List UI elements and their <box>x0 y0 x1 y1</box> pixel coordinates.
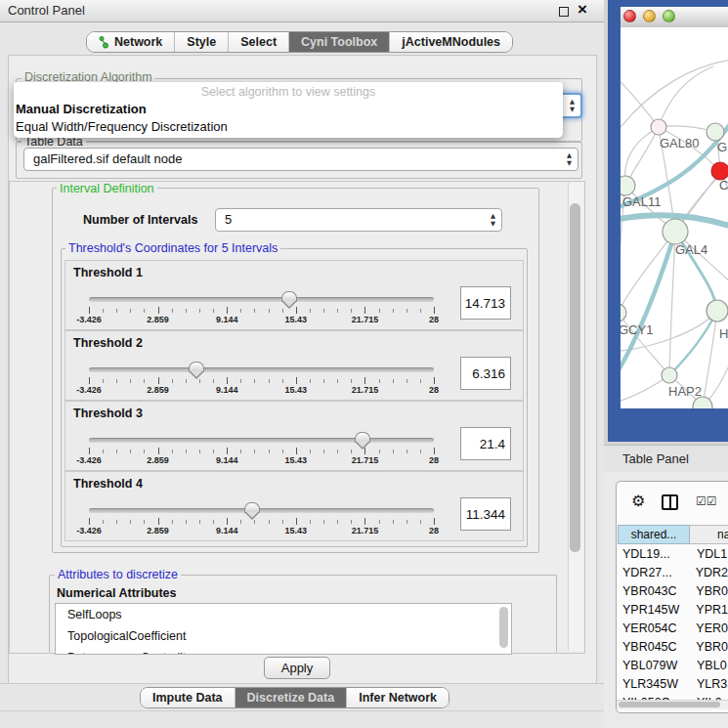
threshold-2-label: Threshold 2 <box>73 336 143 350</box>
cell-shared-name[interactable]: YBR043C <box>618 582 689 601</box>
threshold-2-value-field[interactable]: 6.316 <box>460 357 511 390</box>
table-hscrollbar-thumb[interactable] <box>619 702 720 707</box>
tab-impute-data[interactable]: Impute Data <box>141 688 235 707</box>
cell-name[interactable]: YBR0 <box>689 638 728 657</box>
cell-name[interactable]: YBL0 <box>690 657 727 675</box>
dropdown-option-manual[interactable]: Manual Discretization <box>14 101 563 118</box>
threshold-row-3: Threshold 3 -3.4262.8599.14415.4321.7152… <box>64 401 524 471</box>
cell-shared-name[interactable]: YPR145W <box>618 601 689 620</box>
tab-cyni-toolbox[interactable]: Cyni Toolbox <box>288 32 389 52</box>
attribute-list-item[interactable]: TopologicalCoefficient <box>56 625 511 647</box>
select-checkboxes-icon[interactable]: ☑☑ <box>696 494 717 508</box>
tab-discretize-data[interactable]: Discretize Data <box>235 688 347 707</box>
cell-name[interactable]: YDL1 <box>690 545 727 564</box>
tick-label: 21.715 <box>352 385 379 395</box>
gear-icon[interactable]: ⚙ <box>631 492 645 510</box>
slider-ticks <box>89 518 435 526</box>
node-h <box>707 300 728 321</box>
table-row[interactable]: YBL079WYBL0 <box>618 657 728 675</box>
table-row[interactable]: YER054CYER0 <box>618 620 728 638</box>
cell-shared-name[interactable]: YDR27... <box>618 564 689 582</box>
tab-network[interactable]: Network <box>87 32 174 52</box>
table-body: YDL19...YDL1YDR27...YDR2YBR043CYBR0YPR14… <box>618 545 728 700</box>
close-icon[interactable]: × <box>578 0 587 21</box>
tick-label: 2.859 <box>147 455 169 465</box>
tab-jactivemnodules[interactable]: jActiveMNodules <box>389 32 512 52</box>
cell-name[interactable]: YDR2 <box>689 564 728 582</box>
slider-tick-labels: -3.4262.8599.14415.4321.71528 <box>89 455 435 466</box>
table-panel-title: Table Panel <box>622 446 689 473</box>
cell-shared-name[interactable]: YBL079W <box>618 657 690 675</box>
minimize-traffic-light[interactable] <box>643 10 656 22</box>
threshold-1-label: Threshold 1 <box>73 266 143 279</box>
tick-label: 21.715 <box>352 526 379 535</box>
table-horizontal-scrollbar[interactable] <box>617 700 728 709</box>
table-row[interactable]: YBR045CYBR0 <box>618 638 728 657</box>
threshold-1-slider-track[interactable] <box>89 297 434 302</box>
column-header-shared-name[interactable]: shared... <box>618 525 690 544</box>
number-of-intervals-combobox[interactable]: 5 ▲▼ <box>215 208 502 232</box>
threshold-3-slider-thumb[interactable] <box>355 432 370 443</box>
threshold-3-value-field[interactable]: 21.4 <box>460 427 511 460</box>
tab-style[interactable]: Style <box>174 32 228 52</box>
attribute-list-item[interactable]: SelfLoops <box>56 604 511 625</box>
tick-label: 2.859 <box>147 526 169 535</box>
numerical-attributes-list[interactable]: SelfLoopsTopologicalCoefficientBetweenne… <box>55 603 512 655</box>
tab-infer-network[interactable]: Infer Network <box>346 688 449 707</box>
threshold-row-4: Threshold 4 -3.4262.8599.14415.4321.7152… <box>64 471 524 541</box>
attributes-scrollbar-thumb[interactable] <box>499 607 508 648</box>
combo-stepper-icon: ▲▼ <box>567 152 572 166</box>
table-row[interactable]: YPR145WYPR1 <box>618 601 728 620</box>
svg-text:GAL80: GAL80 <box>660 136 699 150</box>
cell-name[interactable]: YPR1 <box>689 601 728 620</box>
cell-name[interactable]: YLR3 <box>690 675 727 694</box>
tab-network-label: Network <box>114 35 162 49</box>
table-data-value: galFiltered.sif default node <box>33 149 182 170</box>
apply-button[interactable]: Apply <box>264 657 330 679</box>
threshold-3-slider-track[interactable] <box>89 438 434 443</box>
svg-text:G: G <box>717 140 727 154</box>
threshold-1-value-field[interactable]: 14.713 <box>460 286 511 320</box>
cell-name[interactable]: YER0 <box>689 620 728 638</box>
table-row[interactable]: YDL19...YDL1 <box>618 545 728 564</box>
threshold-2-slider-thumb[interactable] <box>189 362 204 372</box>
tick-label: 28 <box>429 455 439 465</box>
divider <box>0 683 604 684</box>
network-window-titlebar[interactable] <box>621 7 728 28</box>
threshold-4-value-field[interactable]: 11.344 <box>460 497 511 531</box>
tick-label: -3.426 <box>76 526 102 535</box>
zoom-traffic-light[interactable] <box>663 10 675 22</box>
table-row[interactable]: YLR345WYLR3 <box>618 675 728 694</box>
cell-shared-name[interactable]: YDL19... <box>618 545 690 564</box>
threshold-row-1: Threshold 1 -3.4262.8599.14415.4321.7152… <box>64 260 524 330</box>
threshold-3-label: Threshold 3 <box>73 407 143 420</box>
cell-shared-name[interactable]: YER054C <box>618 620 689 638</box>
panel-title: Control Panel <box>8 0 85 21</box>
cell-shared-name[interactable]: YLR345W <box>618 675 690 694</box>
threshold-4-label: Threshold 4 <box>73 477 143 491</box>
tick-label: 2.859 <box>147 385 169 395</box>
cell-shared-name[interactable]: YBR045C <box>618 638 689 657</box>
threshold-1-slider-thumb[interactable] <box>281 291 297 302</box>
threshold-2-slider-track[interactable] <box>89 367 434 372</box>
split-columns-icon[interactable] <box>662 494 678 510</box>
dropdown-hint-option[interactable]: Select algorithm to view settings <box>14 82 563 101</box>
threshold-4-slider-track[interactable] <box>89 508 434 513</box>
table-data-combobox[interactable]: galFiltered.sif default node ▲▼ <box>23 148 578 171</box>
tick-label: -3.426 <box>76 455 102 465</box>
network-canvas[interactable]: GAL80 G C GAL11 GAL4 GCY1 H HAP2 <box>621 27 728 408</box>
node-top-right <box>707 123 724 141</box>
table-row[interactable]: YDR27...YDR2 <box>618 564 728 582</box>
float-window-icon[interactable] <box>559 7 569 17</box>
column-header-name[interactable]: na <box>690 525 728 544</box>
tab-select[interactable]: Select <box>228 32 288 52</box>
cell-name[interactable]: YBR0 <box>689 582 728 601</box>
table-row[interactable]: YBR043CYBR0 <box>618 582 728 601</box>
attribute-list-item[interactable]: BetweennessCentrality <box>56 647 511 655</box>
threshold-4-slider-thumb[interactable] <box>244 502 260 513</box>
vertical-scrollbar-thumb[interactable] <box>570 203 580 552</box>
svg-text:GAL11: GAL11 <box>622 194 662 209</box>
bottom-tabbar: Impute Data Discretize Data Infer Networ… <box>140 687 450 708</box>
dropdown-option-equal-width[interactable]: Equal Width/Frequency Discretization <box>14 118 563 136</box>
close-traffic-light[interactable] <box>623 10 636 22</box>
